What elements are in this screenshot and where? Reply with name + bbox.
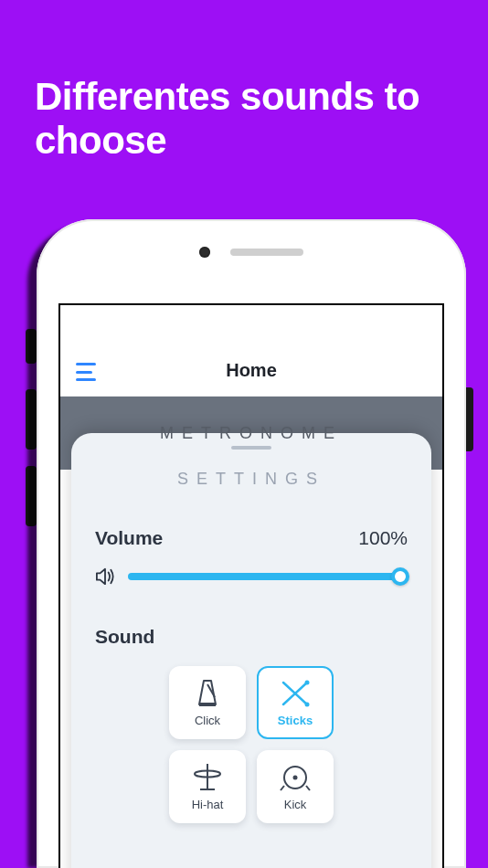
svg-rect-1	[199, 703, 216, 706]
menu-icon	[76, 363, 96, 365]
page-title: Home	[226, 360, 277, 381]
slider-track	[128, 573, 408, 580]
sheet-grab-handle[interactable]	[231, 446, 271, 450]
promo-title: Differentes sounds to choose	[35, 75, 453, 164]
menu-icon	[76, 371, 92, 374]
sound-option-hihat[interactable]: Hi-hat	[169, 750, 246, 823]
menu-button[interactable]	[73, 361, 102, 383]
svg-point-4	[305, 681, 310, 685]
sound-option-label: Hi-hat	[192, 798, 224, 811]
sound-option-kick[interactable]: Kick	[257, 750, 334, 823]
svg-line-12	[306, 786, 310, 790]
sound-option-label: Sticks	[278, 714, 313, 727]
menu-icon	[76, 378, 96, 381]
sticks-icon	[280, 678, 311, 709]
sound-label: Sound	[95, 626, 408, 648]
navbar: Home	[60, 305, 442, 397]
volume-row-label: Volume 100%	[95, 527, 408, 549]
svg-point-10	[293, 776, 298, 780]
metronome-label: METRONOME	[160, 424, 343, 443]
metronome-icon	[192, 678, 223, 709]
sound-option-click[interactable]: Click	[169, 666, 246, 739]
volume-slider[interactable]	[128, 567, 408, 586]
phone-earpiece	[37, 247, 466, 258]
speaker-icon	[95, 567, 115, 586]
phone-speaker-slot	[230, 249, 303, 256]
sound-option-label: Kick	[284, 798, 307, 811]
svg-point-5	[305, 703, 310, 707]
hihat-icon	[192, 762, 223, 793]
volume-label: Volume	[95, 527, 163, 549]
volume-control	[95, 567, 408, 586]
phone-screen: Home METRONOME SETTINGS Volume 100%	[58, 303, 444, 868]
sound-options: Click Sticks	[95, 666, 408, 823]
volume-value: 100%	[358, 527, 408, 549]
phone-frame: Home METRONOME SETTINGS Volume 100%	[37, 219, 466, 868]
sound-option-sticks[interactable]: Sticks	[257, 666, 334, 739]
sound-option-label: Click	[195, 714, 220, 727]
svg-line-11	[281, 786, 284, 790]
settings-sheet: SETTINGS Volume 100% Sound	[71, 433, 431, 868]
phone-camera-dot	[199, 247, 210, 258]
settings-title: SETTINGS	[95, 470, 408, 489]
slider-thumb[interactable]	[391, 567, 409, 586]
kick-icon	[280, 762, 311, 793]
